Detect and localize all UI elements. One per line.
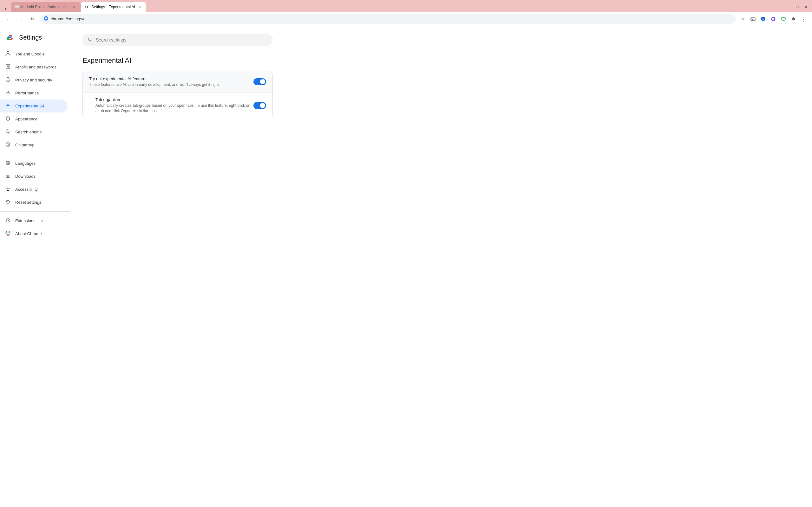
- sidebar-label-reset: Reset settings: [15, 200, 41, 205]
- sidebar-label-accessibility: Accessibility: [15, 187, 38, 192]
- performance-icon: [5, 90, 11, 96]
- sidebar-item-privacy[interactable]: Privacy and security: [0, 73, 67, 87]
- search-engine-icon: [5, 129, 11, 135]
- back-button[interactable]: ←: [4, 14, 13, 24]
- search-icon: [88, 37, 93, 43]
- sidebar-label-extensions: Extensions: [15, 218, 36, 223]
- sidebar-label-languages: Languages: [15, 161, 36, 166]
- sidebar-item-downloads[interactable]: Downloads: [0, 170, 67, 183]
- sidebar-divider: [0, 154, 70, 154]
- svg-point-16: [7, 161, 9, 165]
- settings-title: Settings: [19, 34, 42, 41]
- settings-header: Settings: [0, 29, 70, 48]
- tab-organizer-toggle[interactable]: [253, 102, 266, 109]
- settings-card: Try out experimental AI features These f…: [83, 71, 273, 118]
- proton-button[interactable]: [769, 14, 778, 23]
- sidebar-item-extensions[interactable]: Extensions ↗: [0, 214, 67, 227]
- tab-2[interactable]: ⚙ Settings - Experimental AI ✕: [81, 2, 146, 12]
- sidebar-item-accessibility[interactable]: Accessibility: [0, 183, 67, 196]
- sidebar-label-you-google: You and Google: [15, 52, 45, 56]
- toolbar: ← → ↻ chrome://settings/ai ☆: [0, 12, 812, 26]
- chrome-logo: [5, 32, 15, 43]
- tab-list-button[interactable]: ▾: [3, 6, 9, 12]
- sidebar-item-autofill[interactable]: Autofill and passwords: [0, 60, 67, 73]
- search-bar[interactable]: [83, 34, 273, 46]
- experimental-ai-desc: These features use AI, are in early deve…: [89, 82, 253, 88]
- experimental-ai-row: Try out experimental AI features These f…: [83, 71, 272, 93]
- sidebar-label-experimental-ai: Experimental AI: [15, 104, 44, 108]
- about-chrome-icon: [5, 230, 11, 237]
- experimental-ai-text: Try out experimental AI features These f…: [89, 76, 253, 88]
- experimental-ai-label: Try out experimental AI features: [89, 76, 253, 81]
- experimental-ai-toggle[interactable]: [253, 78, 266, 85]
- tab-2-close[interactable]: ✕: [137, 4, 142, 9]
- reset-icon: [5, 199, 11, 206]
- sidebar-item-languages[interactable]: Languages: [0, 157, 67, 170]
- toolbar-actions: ☆ b: [739, 14, 808, 23]
- maximize-button[interactable]: □: [794, 3, 801, 11]
- tab-1-favicon: 📰: [14, 5, 19, 9]
- tab-2-favicon: ⚙: [85, 5, 90, 9]
- sidebar: Settings You and Google Autofill and pas…: [0, 26, 70, 507]
- menu-button[interactable]: ⋮: [799, 14, 808, 23]
- svg-point-1: [45, 17, 47, 19]
- tab-2-title: Settings - Experimental AI: [91, 5, 135, 9]
- tab-organizer-row: Tab organizer Automatically creates tab …: [83, 93, 272, 118]
- sidebar-item-about-chrome[interactable]: About Chrome: [0, 227, 67, 240]
- sidebar-item-you-google[interactable]: You and Google: [0, 48, 67, 60]
- sidebar-item-search-engine[interactable]: Search engine: [0, 125, 67, 138]
- experimental-ai-icon: [5, 103, 11, 109]
- sidebar-item-on-startup[interactable]: On startup: [0, 138, 67, 152]
- appearance-icon: [5, 116, 11, 122]
- tab-organizer-desc: Automatically creates tab groups based o…: [96, 103, 253, 114]
- address-bar[interactable]: chrome://settings/ai: [40, 14, 736, 24]
- tab-organizer-text: Tab organizer Automatically creates tab …: [96, 97, 253, 114]
- autofill-icon: [5, 64, 11, 70]
- sidebar-label-privacy: Privacy and security: [15, 78, 52, 82]
- minimize-button[interactable]: ─: [785, 3, 793, 11]
- svg-point-8: [9, 37, 11, 38]
- accessibility-icon: [5, 186, 11, 193]
- sidebar-label-downloads: Downloads: [15, 174, 36, 179]
- sidebar-item-performance[interactable]: Performance: [0, 87, 67, 100]
- extensions-button[interactable]: [789, 14, 798, 23]
- address-favicon: [44, 16, 48, 21]
- tab-bar-left: ▾: [3, 6, 9, 12]
- new-tab-button[interactable]: +: [147, 3, 155, 11]
- privacy-icon: [5, 77, 11, 83]
- tab-1-title: Android Police: Android news,...: [21, 5, 70, 9]
- reload-button[interactable]: ↻: [28, 14, 38, 24]
- tab-1[interactable]: 📰 Android Police: Android news,... ✕: [11, 2, 81, 12]
- svg-point-17: [8, 187, 9, 187]
- extensions-sidebar-icon: [5, 217, 11, 224]
- svg-point-15: [6, 161, 10, 165]
- tab-1-close[interactable]: ✕: [72, 4, 77, 9]
- tab-bar: ▾ 📰 Android Police: Android news,... ✕ ⚙…: [0, 0, 812, 12]
- toggle-thumb-2: [260, 103, 265, 108]
- sidebar-label-on-startup: On startup: [15, 143, 35, 147]
- window-controls: ─ □ ✕: [785, 3, 809, 11]
- sidebar-item-appearance[interactable]: Appearance: [0, 112, 67, 125]
- svg-point-19: [7, 233, 9, 234]
- chrome-remote-button[interactable]: [779, 14, 788, 23]
- sidebar-label-autofill: Autofill and passwords: [15, 65, 56, 69]
- section-title: Experimental AI: [83, 56, 799, 65]
- sidebar-item-experimental-ai[interactable]: Experimental AI: [0, 100, 67, 112]
- tab-organizer-label: Tab organizer: [96, 97, 253, 102]
- bookmark-button[interactable]: ☆: [739, 14, 747, 23]
- forward-button[interactable]: →: [16, 14, 26, 24]
- sidebar-label-about-chrome: About Chrome: [15, 231, 42, 236]
- svg-rect-10: [6, 64, 10, 69]
- languages-icon: [5, 160, 11, 167]
- you-google-icon: [5, 51, 11, 57]
- svg-text:b: b: [763, 18, 764, 20]
- search-input[interactable]: [96, 38, 268, 43]
- bitwarden-button[interactable]: b: [759, 14, 768, 23]
- svg-point-3: [751, 20, 751, 21]
- on-startup-icon: [5, 142, 11, 148]
- downloads-icon: [5, 173, 11, 180]
- sidebar-label-search-engine: Search engine: [15, 130, 42, 134]
- cast-button[interactable]: [749, 14, 757, 23]
- sidebar-item-reset[interactable]: Reset settings: [0, 196, 67, 209]
- close-button[interactable]: ✕: [802, 3, 809, 11]
